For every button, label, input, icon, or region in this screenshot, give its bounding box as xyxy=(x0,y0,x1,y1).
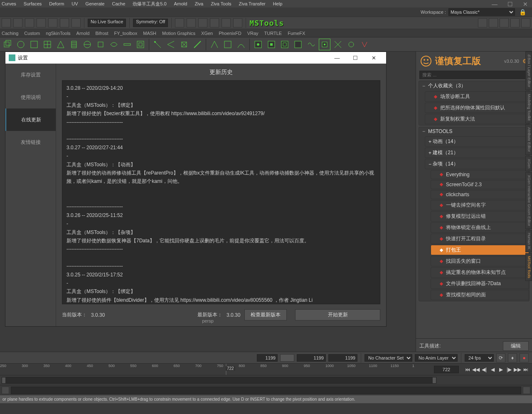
shelf-tool-icon[interactable] xyxy=(95,39,106,50)
tool-icon[interactable] xyxy=(13,18,22,27)
shelf-tab[interactable]: XGen xyxy=(201,31,213,36)
tool-tree[interactable]: −个人收藏夹（3） 场景诊断工具 把所选择的物体属性回归默认 新复制权重大法 −… xyxy=(416,81,532,338)
tree-item[interactable]: 把所选择的物体属性回归默认 xyxy=(425,103,529,113)
anim-layer-dropdown[interactable]: No Anim Layer xyxy=(415,354,458,362)
sidebar-item-manual[interactable]: 使用说明 xyxy=(5,86,56,108)
symmetry-dropdown[interactable]: Symmetry: Off xyxy=(133,19,168,27)
edit-button[interactable]: 编辑 xyxy=(503,341,529,351)
range-handle-right[interactable] xyxy=(433,377,436,383)
layout-icon[interactable] xyxy=(521,18,530,27)
tool-icon[interactable] xyxy=(198,18,207,27)
maximize-icon[interactable]: ☐ xyxy=(507,1,513,7)
script-editor-icon[interactable] xyxy=(523,387,530,394)
sync-icon[interactable]: ⟳ xyxy=(496,353,505,362)
layout-icon[interactable] xyxy=(489,18,498,27)
tree-item[interactable]: 查找模型相同的面 xyxy=(431,290,529,300)
frame-input-c[interactable] xyxy=(328,354,357,362)
tree-item[interactable]: 一键去掉空间名字 xyxy=(431,200,529,210)
tree-item[interactable]: 修复模型过远出错 xyxy=(431,211,529,222)
menu-item[interactable]: Ziva xyxy=(195,1,203,6)
shelf-tool-icon[interactable] xyxy=(345,39,357,50)
shelf-tool-icon[interactable] xyxy=(178,39,190,50)
menu-item[interactable]: Deform xyxy=(49,1,64,6)
shelf-tab[interactable]: FY_toolbox xyxy=(114,31,138,36)
command-input[interactable] xyxy=(11,387,521,394)
shelf-tool-icon[interactable] xyxy=(332,39,344,50)
tool-icon[interactable] xyxy=(60,18,69,27)
dialog-titlebar[interactable]: 设置 — ☐ ✕ xyxy=(5,52,386,64)
tree-subgroup-model[interactable]: + 建模（21） xyxy=(425,148,529,158)
close-icon[interactable]: ✕ xyxy=(523,1,528,7)
shelf-tool-icon[interactable] xyxy=(28,39,40,50)
tree-item[interactable]: 文件误删找回神器-7Data xyxy=(431,278,529,289)
tool-icon[interactable] xyxy=(210,18,219,27)
shelf-tool-icon[interactable] xyxy=(15,39,27,50)
shelf-tab[interactable]: FumeFX xyxy=(288,31,305,36)
tree-item[interactable]: 搞定重名的物体和未知节点 xyxy=(431,267,529,278)
character-set-dropdown[interactable]: No Character Set xyxy=(365,354,412,362)
sidebar-item-links[interactable]: 友情链接 xyxy=(5,131,56,153)
workspace-select[interactable]: Maya Classic* xyxy=(448,8,515,16)
shelf-tool-icon[interactable] xyxy=(192,39,203,50)
menu-item[interactable]: Help xyxy=(273,1,283,6)
right-tab[interactable]: Modeling Toolkit xyxy=(525,91,532,123)
right-tab[interactable]: d Box / Layer Editor xyxy=(525,52,532,90)
tool-icon[interactable] xyxy=(175,18,184,27)
shelf-tool-icon[interactable] xyxy=(266,39,277,50)
autokey-icon[interactable]: ● xyxy=(520,353,529,362)
check-version-button[interactable]: 检查最新版本 xyxy=(244,309,287,320)
fps-dropdown[interactable]: 24 fps xyxy=(465,354,494,362)
shelf-tool-icon[interactable] xyxy=(305,39,317,50)
shelf-tool-icon[interactable] xyxy=(222,39,234,50)
tree-item[interactable]: ScreenToGif 2.3 xyxy=(431,180,529,189)
shelf-tool-icon[interactable] xyxy=(42,39,53,50)
right-tab[interactable]: MSTool Tools xyxy=(525,253,532,281)
menu-item[interactable]: Surfaces xyxy=(24,1,42,6)
live-surface-dropdown[interactable]: No Live Surface xyxy=(88,19,126,27)
search-input[interactable] xyxy=(419,71,529,79)
viewport[interactable]: 设置 — ☐ ✕ 库存设置 使用说明 在线更新 友情链接 更新历史 3.0.28… xyxy=(0,52,416,388)
play-forward-icon[interactable]: ▶ xyxy=(497,366,505,373)
shelf-tab[interactable]: Custom xyxy=(24,31,40,36)
tool-icon[interactable] xyxy=(25,18,34,27)
play-icon[interactable] xyxy=(222,18,231,27)
tree-item[interactable]: 快速打开工程目录 xyxy=(431,234,529,244)
shelf-tab[interactable]: Motion Graphics xyxy=(162,31,195,36)
tree-subgroup-misc[interactable]: − 杂项（14） xyxy=(425,159,529,169)
layout-icon[interactable] xyxy=(500,18,509,27)
ruler-track[interactable]: 2503003504004505005506006507007508008509… xyxy=(0,364,434,375)
right-tab[interactable]: Human IK xyxy=(525,230,532,252)
shelf-tab[interactable]: VRay xyxy=(247,31,259,36)
shelf-tab[interactable]: Caching xyxy=(2,31,18,36)
shelf-tab[interactable]: PhoenixFD xyxy=(219,31,241,36)
minimize-icon[interactable]: — xyxy=(492,1,498,7)
shelf-tool-icon[interactable] xyxy=(165,39,177,50)
tool-icon[interactable] xyxy=(71,18,81,27)
tool-icon[interactable] xyxy=(48,18,57,27)
layout-icon[interactable] xyxy=(510,18,520,27)
layout-icon[interactable] xyxy=(478,18,487,27)
shelf-tool-icon[interactable] xyxy=(235,39,247,50)
rewind-start-icon[interactable]: ⏮ xyxy=(464,366,471,373)
shelf-tab[interactable]: Bifrost xyxy=(95,31,108,36)
step-forward-icon[interactable]: ▶▶ xyxy=(514,366,521,373)
time-slider-icon[interactable] xyxy=(280,354,294,362)
goto-frame-input[interactable] xyxy=(434,366,459,373)
tool-icon[interactable] xyxy=(2,18,11,27)
tree-item[interactable]: 新复制权重大法 xyxy=(425,114,529,124)
tool-icon[interactable] xyxy=(37,18,46,27)
changelog-text[interactable]: 3.0.28 -- 2020/2/29-14:20 - 工具盒（MSTools）… xyxy=(62,80,380,304)
dialog-close-icon[interactable]: ✕ xyxy=(365,52,383,64)
shelf-tab[interactable]: Arnold xyxy=(76,31,90,36)
shelf-tool-icon[interactable] xyxy=(2,39,13,50)
next-frame-icon[interactable]: |▶ xyxy=(505,366,513,373)
menu-item[interactable]: 劲爆羊工具盒5.0 xyxy=(133,1,166,7)
menu-item[interactable]: Arnold xyxy=(174,1,187,6)
frame-input-a[interactable] xyxy=(257,354,278,362)
lock-icon[interactable]: 🔒 xyxy=(517,9,528,15)
shelf-tool-icon[interactable] xyxy=(81,39,93,50)
sidebar-item-storage[interactable]: 库存设置 xyxy=(5,64,56,86)
frame-input-b[interactable] xyxy=(297,354,326,362)
menu-item[interactable]: Generate xyxy=(86,1,105,6)
range-bar[interactable] xyxy=(2,377,436,384)
